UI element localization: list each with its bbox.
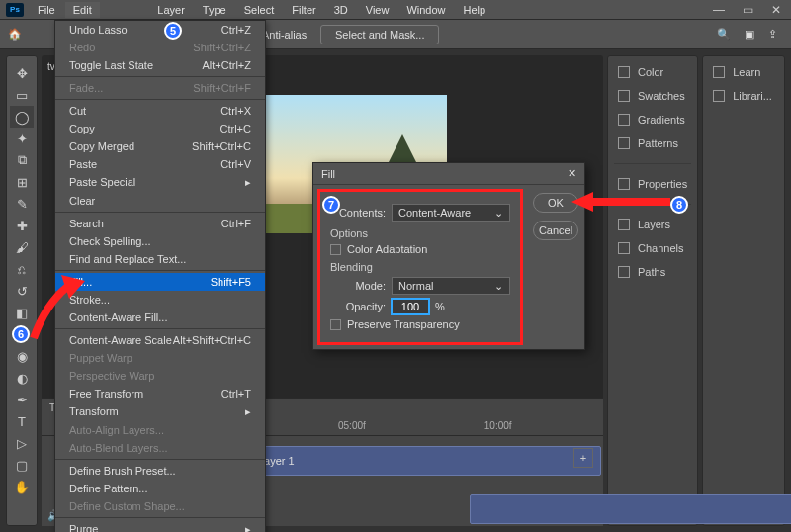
move-tool-icon[interactable]: ✥ <box>10 62 34 84</box>
callout-8: 8 <box>670 196 688 214</box>
panel-color[interactable]: Color <box>608 60 697 84</box>
menu-item-cut[interactable]: CutCtrl+X <box>55 102 265 120</box>
menu-item-copy[interactable]: CopyCtrl+C <box>55 120 265 137</box>
menu-item-content-aware-fill-[interactable]: Content-Aware Fill... <box>55 309 265 326</box>
panels-col-a: ColorSwatchesGradientsPatternsProperties… <box>607 55 698 526</box>
crop-tool-icon[interactable]: ⧉ <box>10 149 34 171</box>
timeline-clip[interactable]: Layer 1 <box>255 446 601 476</box>
callout-6: 6 <box>12 325 30 343</box>
opacity-label: Opacity: <box>330 301 386 312</box>
menu-item-perspective-warp: Perspective Warp <box>55 367 265 385</box>
panel-paths[interactable]: Paths <box>608 260 697 284</box>
pattern-icon <box>618 137 630 149</box>
preserve-transparency-label: Preserve Transparency <box>347 318 460 330</box>
menu-item-fill-[interactable]: Fill...Shift+F5 <box>55 273 265 291</box>
menu-file[interactable]: File <box>30 2 63 18</box>
preserve-transparency-checkbox[interactable] <box>330 319 341 330</box>
path-tool-icon[interactable]: ▷ <box>10 432 34 454</box>
menu-item-define-pattern-[interactable]: Define Pattern... <box>55 480 265 497</box>
color-adaptation-checkbox[interactable] <box>330 244 341 255</box>
panel-librari-[interactable]: Librari... <box>703 84 784 108</box>
menu-item-fade-: Fade...Shift+Ctrl+F <box>55 79 265 97</box>
share-icon[interactable]: ⇪ <box>768 28 777 41</box>
wand-tool-icon[interactable]: ✦ <box>10 128 34 149</box>
menu-item-undo-lasso[interactable]: Undo LassoCtrl+Z <box>55 21 265 39</box>
brush-tool-icon[interactable]: 🖌 <box>10 236 34 258</box>
search-icon[interactable]: 🔍 <box>717 28 731 41</box>
window-restore-icon[interactable]: ▭ <box>743 3 753 17</box>
panel-swatches[interactable]: Swatches <box>608 84 697 108</box>
shape-tool-icon[interactable]: ▢ <box>10 454 34 476</box>
menu-item-puppet-warp: Puppet Warp <box>55 349 265 367</box>
menu-item-define-custom-shape-: Define Custom Shape... <box>55 497 265 515</box>
menu-filter[interactable]: Filter <box>284 2 323 18</box>
opacity-input[interactable] <box>392 299 429 314</box>
menu-edit[interactable]: Edit <box>65 2 100 18</box>
menu-item-stroke-[interactable]: Stroke... <box>55 291 265 309</box>
dodge-tool-icon[interactable]: ◐ <box>10 367 34 389</box>
palette-icon <box>618 66 630 78</box>
heal-tool-icon[interactable]: ✚ <box>10 215 34 236</box>
lasso-tool-icon[interactable]: ◯ <box>10 106 34 128</box>
mode-select[interactable]: Normal⌄ <box>392 277 510 295</box>
menu-help[interactable]: Help <box>456 2 494 18</box>
sliders-icon <box>618 178 630 190</box>
panel-channels[interactable]: Channels <box>608 236 697 260</box>
menu-item-define-brush-preset-[interactable]: Define Brush Preset... <box>55 462 265 480</box>
menu-item-auto-align-layers-: Auto-Align Layers... <box>55 421 265 439</box>
menu-item-purge[interactable]: Purge▸ <box>55 520 265 532</box>
menu-type[interactable]: Type <box>195 2 234 18</box>
frame-tool-icon[interactable]: ⊞ <box>10 171 34 193</box>
blending-section: Blending <box>330 261 510 273</box>
home-icon[interactable]: 🏠 <box>8 28 22 41</box>
workspace-icon[interactable]: ▣ <box>745 28 754 41</box>
menubar: Ps File Edit Image Layer Type Select Fil… <box>0 0 791 20</box>
contents-select[interactable]: Content-Aware⌄ <box>392 204 510 222</box>
marquee-tool-icon[interactable]: ▭ <box>10 84 34 106</box>
window-close-icon[interactable]: ✕ <box>771 3 781 17</box>
channels-icon <box>618 242 630 254</box>
window-minimize-icon[interactable]: — <box>713 3 725 17</box>
panel-gradients[interactable]: Gradients <box>608 108 697 132</box>
menu-item-transform[interactable]: Transform▸ <box>55 402 265 421</box>
panel-layers[interactable]: Layers <box>608 213 697 236</box>
ps-logo-icon: Ps <box>6 3 24 17</box>
menu-item-paste-special[interactable]: Paste Special▸ <box>55 173 265 192</box>
square-icon <box>618 114 630 126</box>
menu-item-find-and-replace-text-[interactable]: Find and Replace Text... <box>55 250 265 268</box>
menu-item-content-aware-scale[interactable]: Content-Aware ScaleAlt+Shift+Ctrl+C <box>55 331 265 349</box>
type-tool-icon[interactable]: T <box>10 410 34 432</box>
menu-item-clear[interactable]: Clear <box>55 192 265 210</box>
menu-item-redo: RedoShift+Ctrl+Z <box>55 39 265 56</box>
chevron-down-icon: ⌄ <box>494 207 503 220</box>
menu-window[interactable]: Window <box>398 2 453 18</box>
add-track-button[interactable]: + <box>573 448 593 468</box>
menu-item-free-transform[interactable]: Free TransformCtrl+T <box>55 385 265 402</box>
eyedropper-tool-icon[interactable]: ✎ <box>10 193 34 215</box>
grid-icon <box>618 90 630 102</box>
menu-item-paste[interactable]: PasteCtrl+V <box>55 155 265 173</box>
menu-item-check-spelling-[interactable]: Check Spelling... <box>55 232 265 250</box>
menu-layer[interactable]: Layer <box>149 2 193 18</box>
cancel-button[interactable]: Cancel <box>533 221 578 240</box>
menu-3d[interactable]: 3D <box>326 2 356 18</box>
edit-menu-dropdown: Undo LassoCtrl+ZRedoShift+Ctrl+ZToggle L… <box>54 20 266 532</box>
panel-patterns[interactable]: Patterns <box>608 132 697 155</box>
menu-item-toggle-last-state[interactable]: Toggle Last StateAlt+Ctrl+Z <box>55 56 265 74</box>
hand-tool-icon[interactable]: ✋ <box>10 476 34 497</box>
pen-tool-icon[interactable]: ✒ <box>10 389 34 410</box>
menu-select[interactable]: Select <box>236 2 283 18</box>
arrow-to-ok <box>571 190 670 214</box>
panel-learn[interactable]: Learn <box>703 60 784 84</box>
menu-view[interactable]: View <box>358 2 397 18</box>
color-adaptation-label: Color Adaptation <box>347 243 427 255</box>
bulb-icon <box>713 66 725 78</box>
select-and-mask-button[interactable]: Select and Mask... <box>320 25 439 44</box>
menu-item-search[interactable]: SearchCtrl+F <box>55 215 265 232</box>
callout-7: 7 <box>322 196 340 214</box>
dialog-close-icon[interactable]: ✕ <box>568 167 576 180</box>
dialog-title: Fill <box>321 168 335 180</box>
library-icon <box>713 90 725 102</box>
blur-tool-icon[interactable]: ◉ <box>10 345 34 367</box>
menu-item-copy-merged[interactable]: Copy MergedShift+Ctrl+C <box>55 137 265 155</box>
